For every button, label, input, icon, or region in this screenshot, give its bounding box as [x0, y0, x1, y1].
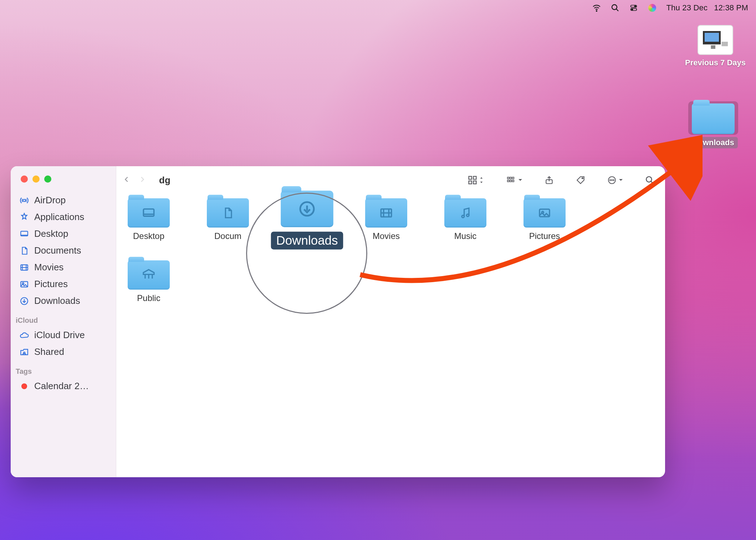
- svg-rect-7: [705, 33, 719, 42]
- sidebar-item-label: Calendar 2…: [34, 381, 89, 392]
- pictures-icon: [19, 279, 29, 289]
- desktop-item-label: Downloads: [689, 137, 737, 148]
- folder-documents[interactable]: Docum: [205, 198, 251, 245]
- svg-rect-9: [722, 42, 728, 46]
- folder-label: Docum: [214, 231, 241, 241]
- sidebar-item-label: Desktop: [34, 228, 68, 239]
- folder-label: Desktop: [133, 231, 164, 241]
- folder-desktop[interactable]: Desktop: [126, 198, 172, 245]
- svg-point-1: [612, 5, 617, 10]
- folder-icon: [688, 101, 738, 135]
- desktop-item-label: Previous 7 Days: [681, 57, 749, 68]
- view-icons-button[interactable]: [465, 174, 486, 187]
- sidebar-item-applications[interactable]: Applications: [14, 209, 112, 225]
- svg-point-3: [635, 6, 636, 7]
- group-by-button[interactable]: [502, 175, 525, 185]
- share-button[interactable]: [542, 174, 557, 186]
- svg-point-28: [582, 178, 583, 179]
- folder-icon: [281, 191, 333, 228]
- svg-rect-23: [512, 177, 514, 179]
- sidebar-item-label: Shared: [34, 346, 64, 357]
- shared-folder-icon: [19, 347, 29, 357]
- svg-point-37: [462, 215, 464, 218]
- svg-point-32: [613, 180, 614, 180]
- tag-dot-icon: [19, 381, 29, 391]
- folder-label: Downloads: [271, 232, 343, 250]
- folder-label: Pictures: [529, 231, 560, 241]
- back-button[interactable]: [123, 175, 131, 185]
- sidebar-item-documents[interactable]: Documents: [14, 242, 112, 259]
- sidebar-item-label: iCloud Drive: [34, 330, 85, 341]
- svg-point-31: [612, 180, 612, 180]
- siri-icon[interactable]: [648, 3, 657, 12]
- finder-sidebar: AirDrop Applications Desktop Documents M…: [11, 166, 116, 477]
- minimize-button[interactable]: [32, 175, 40, 183]
- svg-rect-17: [469, 177, 472, 179]
- sidebar-item-movies[interactable]: Movies: [14, 259, 112, 276]
- folder-icon: [207, 198, 249, 228]
- wifi-icon[interactable]: [592, 3, 601, 12]
- svg-point-5: [632, 9, 633, 10]
- svg-rect-8: [711, 45, 716, 49]
- spotlight-icon[interactable]: [611, 3, 620, 12]
- folder-label: Movies: [373, 231, 400, 241]
- sidebar-tag-calendar[interactable]: Calendar 2…: [14, 378, 112, 394]
- svg-rect-19: [469, 181, 472, 184]
- sidebar-item-shared[interactable]: Shared: [14, 343, 112, 360]
- cloud-icon: [19, 330, 29, 340]
- sidebar-item-pictures[interactable]: Pictures: [14, 276, 112, 292]
- folder-downloads[interactable]: Downloads: [278, 191, 336, 250]
- finder-window: AirDrop Applications Desktop Documents M…: [11, 166, 665, 477]
- close-button[interactable]: [21, 175, 28, 183]
- sidebar-section-icloud: iCloud: [11, 312, 116, 327]
- sidebar-section-tags: Tags: [11, 363, 116, 378]
- folder-movies[interactable]: Movies: [363, 198, 409, 245]
- more-button[interactable]: [604, 174, 626, 186]
- control-center-icon[interactable]: [629, 3, 638, 12]
- finder-main: dg: [116, 166, 665, 477]
- svg-rect-24: [507, 180, 509, 182]
- downloads-icon: [19, 296, 29, 306]
- folder-icon: [444, 198, 486, 228]
- svg-rect-20: [473, 181, 476, 184]
- finder-toolbar: dg: [116, 166, 665, 194]
- svg-point-38: [466, 214, 469, 216]
- folder-music[interactable]: Music: [442, 198, 489, 245]
- svg-rect-26: [512, 180, 514, 182]
- screenshot-thumbnail: [698, 25, 733, 55]
- folder-pictures[interactable]: Pictures: [521, 198, 568, 245]
- folder-icon: [365, 198, 407, 228]
- svg-rect-22: [510, 177, 512, 179]
- menubar-time: 12:38 PM: [714, 3, 748, 12]
- svg-point-33: [646, 177, 652, 182]
- svg-rect-25: [510, 180, 512, 182]
- search-button[interactable]: [642, 174, 657, 186]
- sidebar-item-icloud-drive[interactable]: iCloud Drive: [14, 327, 112, 343]
- folder-public[interactable]: Public: [126, 260, 172, 303]
- tags-button[interactable]: [573, 174, 588, 186]
- desktop-item-previous[interactable]: Previous 7 Days: [687, 25, 744, 68]
- svg-point-0: [596, 11, 597, 11]
- svg-rect-21: [507, 177, 509, 179]
- finder-content[interactable]: Desktop Docum Downloads Movies Music: [116, 194, 665, 477]
- documents-icon: [19, 246, 29, 256]
- sidebar-item-label: Movies: [34, 262, 63, 273]
- sidebar-item-label: Downloads: [34, 295, 80, 306]
- forward-button[interactable]: [138, 175, 146, 185]
- sidebar-item-label: Pictures: [34, 279, 68, 290]
- window-controls: [11, 172, 116, 192]
- menubar-date: Thu 23 Dec: [666, 3, 708, 12]
- sidebar-item-desktop[interactable]: Desktop: [14, 225, 112, 242]
- folder-icon: [128, 198, 170, 228]
- folder-label: Music: [454, 231, 477, 241]
- sidebar-item-airdrop[interactable]: AirDrop: [14, 192, 112, 209]
- svg-point-30: [610, 180, 611, 180]
- svg-rect-18: [473, 177, 476, 179]
- menubar-datetime[interactable]: Thu 23 Dec 12:38 PM: [666, 3, 748, 12]
- folder-icon: [128, 260, 170, 290]
- maximize-button[interactable]: [44, 175, 51, 183]
- movies-icon: [19, 263, 29, 272]
- folder-label: Public: [137, 293, 160, 303]
- sidebar-item-downloads[interactable]: Downloads: [14, 292, 112, 309]
- desktop-item-downloads[interactable]: Downloads: [685, 101, 742, 148]
